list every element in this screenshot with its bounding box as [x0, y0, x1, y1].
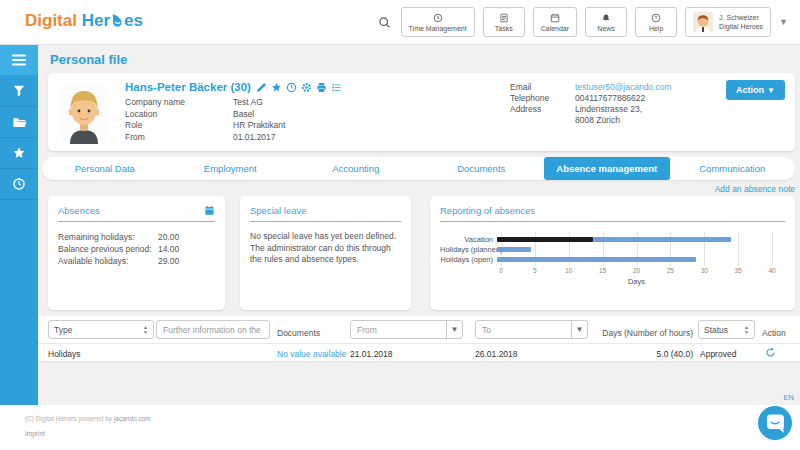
nav-button-calendar[interactable]: Calendar [533, 7, 577, 37]
clock-icon [12, 177, 26, 191]
star-icon[interactable] [271, 82, 282, 93]
nav-button-time-management[interactable]: Time Management [401, 7, 475, 37]
absence-chart: VacationHolidays (planned)Holidays (open… [440, 234, 772, 286]
refresh-icon[interactable] [765, 347, 776, 358]
gear-icon[interactable] [301, 82, 312, 93]
nav-button-tasks[interactable]: Tasks [483, 7, 525, 37]
action-button[interactable]: Action▼ [726, 80, 785, 100]
special-leave-text: No special leave has yet been defined. T… [250, 231, 401, 266]
contact-label-email: Email [510, 82, 575, 93]
user-menu-button[interactable]: J. SchweizerDigital Heroes [685, 7, 771, 37]
sidebar-item-files[interactable] [0, 107, 38, 138]
status-filter-label: Status [704, 325, 728, 335]
add-absence-note-link[interactable]: Add an absence note [715, 184, 795, 194]
chart-bar-row: Vacation [440, 234, 772, 244]
action-button-label: Action [736, 85, 764, 95]
page-title: Personal file [50, 52, 127, 67]
imprint-text[interactable]: Imprint [25, 430, 45, 437]
printer-icon[interactable] [316, 82, 327, 93]
chart-bar-segment [497, 237, 593, 242]
email-link[interactable]: testuser50@jacando.com [575, 82, 672, 92]
chevron-down-icon: ▼ [571, 321, 587, 338]
logo-word-digital: Digital [25, 11, 77, 31]
tasks-icon [499, 13, 509, 23]
row-days-cell: 5.0 (40.0) [657, 349, 693, 359]
clock-icon[interactable] [286, 82, 297, 93]
absence-table: Type ▲▼ Documents From ▼ To ▼ Days (Numb… [38, 316, 800, 362]
select-spinner-icon: ▲▼ [744, 325, 749, 334]
sidebar-item-filter[interactable] [0, 76, 38, 107]
sidebar-item-history[interactable] [0, 169, 38, 200]
absence-info-input[interactable] [156, 320, 270, 339]
folder-icon [12, 115, 27, 130]
employee-name-row: Hans-Peter Bäcker (30) [125, 81, 342, 93]
topbar-actions: Time Management Tasks Calendar News ? He… [378, 7, 788, 37]
chat-bubble-icon [758, 406, 792, 440]
type-filter-select[interactable]: Type ▲▼ [48, 320, 154, 339]
chat-widget-button[interactable] [758, 406, 792, 440]
field-value: Test AG [233, 97, 263, 109]
from-date-filter[interactable]: From ▼ [350, 320, 463, 339]
brand-logo[interactable]: Digital Heres [25, 11, 143, 31]
user-avatar [693, 12, 713, 32]
edit-icon[interactable] [256, 82, 267, 93]
status-filter-select[interactable]: Status ▲▼ [698, 320, 755, 339]
hamburger-icon [11, 52, 27, 68]
field-label: Company name [125, 97, 233, 109]
chart-bar-row: Holidays (open) [440, 254, 772, 264]
employee-fields: Company nameTest AG LocationBasel RoleHR… [125, 97, 285, 143]
jacando-link[interactable]: jacando.com [114, 415, 151, 422]
help-icon: ? [651, 13, 661, 23]
balance-value: 14.00 [158, 243, 179, 255]
to-date-filter[interactable]: To ▼ [475, 320, 588, 339]
bell-icon [601, 13, 611, 23]
balance-value: 20.00 [158, 231, 179, 243]
profile-tabs: Personal Data Employment Accounting Docu… [42, 157, 795, 180]
user-caret-icon[interactable]: ▼ [779, 17, 788, 27]
balance-label: Balance previous period: [58, 243, 158, 255]
chart-category-label: Holidays (planned) [440, 245, 497, 254]
search-icon[interactable] [378, 16, 391, 29]
svg-text:?: ? [655, 14, 658, 20]
tab-communication[interactable]: Communication [670, 157, 796, 180]
details-list-icon[interactable] [331, 82, 342, 93]
table-divider [38, 343, 800, 344]
balance-value: 29.00 [158, 255, 179, 267]
reporting-panel: Reporting of absences VacationHolidays (… [430, 196, 795, 310]
special-leave-title: Special leave [250, 205, 307, 216]
tab-employment[interactable]: Employment [168, 157, 294, 180]
employee-name: Hans-Peter Bäcker (30) [125, 81, 251, 93]
field-label: Role [125, 120, 233, 132]
field-label: From [125, 132, 233, 144]
sidebar-item-favorites[interactable] [0, 138, 38, 169]
row-status-cell: Approved [700, 349, 736, 359]
from-placeholder: From [351, 325, 446, 335]
tab-absence-management[interactable]: Absence management [544, 157, 670, 180]
type-filter-label: Type [54, 325, 72, 335]
nav-label: Time Management [409, 25, 467, 32]
tab-personal-data[interactable]: Personal Data [42, 157, 168, 180]
address-line2: 8008 Zürich [575, 115, 672, 126]
tab-accounting[interactable]: Accounting [293, 157, 419, 180]
contact-label-address: Address [510, 104, 575, 115]
app-root: Digital Heres Time Management Tasks Cale… [0, 0, 800, 450]
chart-category-label: Holidays (open) [440, 255, 497, 264]
calendar-icon[interactable] [204, 205, 215, 216]
logo-word-es: es [124, 11, 143, 31]
footer-copyright: (C) Digital Heroes powered by jacando.co… [25, 415, 151, 422]
employee-avatar [62, 82, 106, 148]
nav-button-news[interactable]: News [585, 7, 627, 37]
row-documents-link[interactable]: No value available [277, 349, 346, 359]
chart-bar-segment [497, 247, 531, 252]
copyright-text: (C) Digital Heroes powered by [25, 415, 112, 422]
user-name: J. Schweizer [719, 14, 759, 21]
nav-button-help[interactable]: ? Help [635, 7, 677, 37]
sidebar-item-menu[interactable] [0, 45, 38, 76]
chevron-down-icon: ▼ [767, 86, 775, 95]
calendar-icon [550, 13, 560, 23]
tab-documents[interactable]: Documents [419, 157, 545, 180]
clock-icon [433, 13, 443, 23]
chart-bar-row: Holidays (planned) [440, 244, 772, 254]
language-badge[interactable]: EN [784, 393, 794, 402]
chart-bar-segment [593, 237, 731, 242]
